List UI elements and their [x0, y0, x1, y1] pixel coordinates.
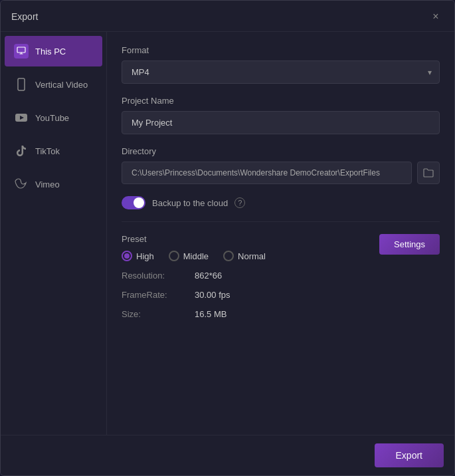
main-panel: Format MP4 AVI MOV MKV ▾ Project Name — [107, 32, 454, 435]
directory-row: C:\Users\Princess\Documents\Wondershare … — [122, 162, 440, 184]
sidebar: This PC Vertical Video — [1, 32, 107, 435]
resolution-label: Resolution: — [122, 271, 195, 281]
size-label: Size: — [122, 309, 195, 319]
svg-rect-1 — [18, 78, 25, 90]
pc-icon — [14, 44, 29, 59]
directory-input[interactable]: C:\Users\Princess\Documents\Wondershare … — [122, 162, 412, 184]
backup-label: Backup to the cloud — [152, 198, 228, 208]
export-window: Export × This PC — [0, 0, 455, 476]
directory-label: Directory — [122, 146, 440, 156]
preset-section: Preset High Middle — [122, 234, 266, 261]
format-label: Format — [122, 45, 440, 55]
window-title: Export — [11, 11, 38, 22]
vimeo-icon — [14, 177, 29, 191]
info-grid: Resolution: 862*66 FrameRate: 30.00 fps … — [122, 271, 440, 319]
resolution-value: 862*66 — [195, 271, 440, 281]
divider — [122, 221, 440, 222]
radio-label-normal: Normal — [238, 251, 266, 261]
sidebar-item-vertical-video[interactable]: Vertical Video — [5, 69, 102, 100]
radio-inner-high — [124, 253, 130, 259]
sidebar-item-youtube[interactable]: YouTube — [5, 102, 102, 133]
content-area: This PC Vertical Video — [1, 32, 454, 435]
format-select-wrapper: MP4 AVI MOV MKV ▾ — [122, 60, 440, 84]
youtube-icon — [14, 110, 29, 125]
titlebar: Export × — [1, 1, 454, 32]
radio-label-middle: Middle — [183, 251, 209, 261]
radio-high[interactable]: High — [122, 251, 154, 261]
project-name-group: Project Name — [122, 96, 440, 134]
directory-group: Directory C:\Users\Princess\Documents\Wo… — [122, 146, 440, 184]
sidebar-label-this-pc: This PC — [35, 47, 66, 57]
settings-button[interactable]: Settings — [379, 234, 440, 255]
sidebar-item-this-pc[interactable]: This PC — [5, 36, 102, 66]
backup-toggle[interactable] — [122, 196, 145, 209]
sidebar-item-vimeo[interactable]: Vimeo — [5, 169, 102, 199]
project-name-label: Project Name — [122, 96, 440, 106]
browse-folder-button[interactable] — [417, 162, 440, 184]
export-button[interactable]: Export — [375, 443, 444, 467]
svg-rect-0 — [17, 47, 25, 53]
close-button[interactable]: × — [428, 9, 444, 25]
radio-outer-normal — [223, 251, 234, 261]
radio-outer-high — [122, 251, 132, 261]
sidebar-item-tiktok[interactable]: TikTok — [5, 136, 102, 166]
backup-row: Backup to the cloud ? — [122, 196, 440, 209]
sidebar-label-vertical-video: Vertical Video — [35, 80, 88, 90]
footer: Export — [1, 435, 454, 475]
radio-normal[interactable]: Normal — [223, 251, 266, 261]
help-icon[interactable]: ? — [234, 197, 245, 208]
toggle-thumb — [134, 197, 144, 208]
sidebar-label-youtube: YouTube — [35, 113, 69, 123]
framerate-value: 30.00 fps — [195, 290, 440, 300]
preset-radio-group: High Middle Normal — [122, 251, 266, 261]
radio-label-high: High — [136, 251, 154, 261]
radio-outer-middle — [169, 251, 179, 261]
sidebar-label-tiktok: TikTok — [35, 146, 60, 156]
tiktok-icon — [14, 144, 29, 158]
preset-label: Preset — [122, 234, 266, 244]
format-select[interactable]: MP4 AVI MOV MKV — [122, 60, 440, 84]
size-value: 16.5 MB — [195, 309, 440, 319]
vertical-video-icon — [14, 77, 29, 92]
sidebar-label-vimeo: Vimeo — [35, 179, 60, 189]
preset-row: Preset High Middle — [122, 234, 440, 261]
framerate-label: FrameRate: — [122, 290, 195, 300]
radio-middle[interactable]: Middle — [169, 251, 209, 261]
project-name-input[interactable] — [122, 111, 440, 134]
format-group: Format MP4 AVI MOV MKV ▾ — [122, 45, 440, 84]
pc-icon-wrapper — [14, 44, 29, 59]
